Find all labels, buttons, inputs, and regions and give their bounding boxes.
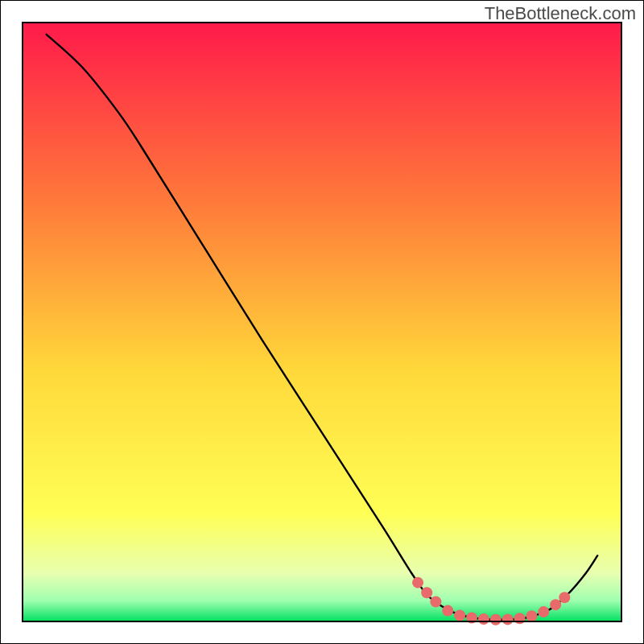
marker-point bbox=[421, 587, 432, 598]
marker-point bbox=[559, 592, 570, 603]
marker-point bbox=[430, 596, 441, 607]
marker-point bbox=[502, 613, 514, 625]
marker-point bbox=[454, 610, 465, 621]
marker-point bbox=[478, 613, 489, 625]
marker-point bbox=[538, 606, 549, 617]
marker-point bbox=[514, 613, 526, 624]
marker-point bbox=[490, 614, 502, 625]
marker-point bbox=[442, 605, 453, 617]
plot-background bbox=[23, 23, 621, 621]
marker-point bbox=[526, 610, 537, 621]
bottleneck-chart: TheBottleneck.com bbox=[0, 0, 644, 644]
marker-point bbox=[412, 577, 423, 588]
chart-svg bbox=[0, 0, 644, 644]
watermark-text: TheBottleneck.com bbox=[485, 3, 636, 24]
marker-point bbox=[550, 599, 561, 610]
